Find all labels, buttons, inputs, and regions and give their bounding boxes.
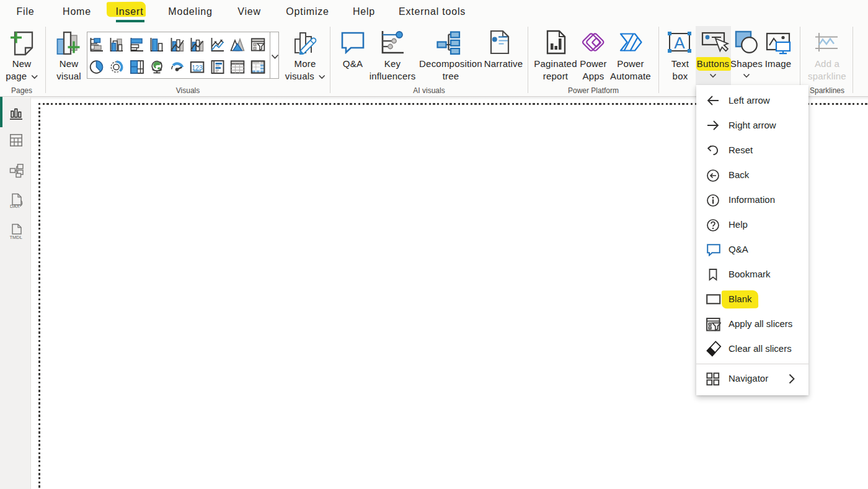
svg-text:TMDL: TMDL (10, 235, 22, 240)
svg-text:123: 123 (192, 64, 203, 71)
svg-text:DAX: DAX (10, 204, 19, 209)
svg-text:A: A (674, 34, 685, 52)
